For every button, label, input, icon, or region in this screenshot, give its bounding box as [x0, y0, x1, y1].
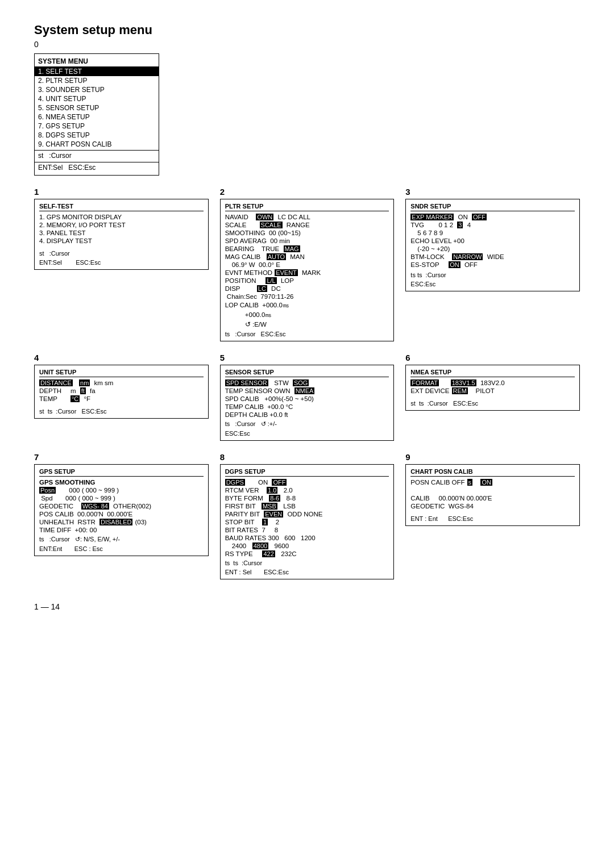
- s1-footer2: ENT:Sel ESC:Esc: [39, 259, 204, 266]
- s9-geodetic: GEODETIC WGS-84: [410, 503, 575, 510]
- s3-esstop: ES-STOP ON OFF: [410, 261, 575, 268]
- section-7-box: GPS SETUP GPS SMOOTHING Posn 000 ( 000 ~…: [34, 464, 209, 556]
- s2-deg: 06.9° W 00.0° E: [232, 261, 389, 268]
- menu-item-3[interactable]: 3. SOUNDER SETUP: [35, 85, 159, 94]
- menu-item-6[interactable]: 6. NMEA SETUP: [35, 112, 159, 122]
- menu-item-5[interactable]: 5. SENSOR SETUP: [35, 103, 159, 112]
- s3-footer2: ESC:Esc: [410, 281, 575, 287]
- s3-echolevel: ECHO LEVEL +00: [410, 237, 575, 244]
- s8-footer2: ENT : Sel ESC:Esc: [225, 569, 389, 575]
- s2-position: POSITION L/L LOP: [225, 277, 389, 284]
- s1-line3: 3. PANEL TEST: [39, 229, 204, 236]
- s1-line2: 2. MEMORY, I/O PORT TEST: [39, 222, 204, 228]
- section-2-box: PLTR SETUP NAVAID OWN LC DC ALL SCALE SC…: [220, 199, 395, 341]
- main-menu-footer: st :Cursor: [35, 150, 159, 161]
- s6-footer: st ts :Cursor ESC:Esc: [410, 400, 575, 407]
- s2-disp: DISP LC DC: [225, 285, 389, 292]
- section-3-title: SNDR SETUP: [410, 203, 575, 211]
- s4-footer: st ts :Cursor ESC:Esc: [39, 408, 204, 415]
- s7-gpssmoothing: GPS SMOOTHING: [39, 479, 204, 486]
- menu-item-2[interactable]: 2. PLTR SETUP: [35, 76, 159, 85]
- s2-navaid: NAVAID OWN LC DC ALL: [225, 214, 389, 220]
- section-5-title: SENSOR SETUP: [225, 369, 389, 377]
- s5-depthcalib: DEPTH CALIB +0.0 ft: [225, 411, 389, 418]
- section-9-number: 9: [405, 452, 580, 462]
- s2-chainsec: Chain:Sec 7970:11-26: [225, 293, 389, 300]
- section-2-number: 2: [220, 187, 395, 197]
- menu-item-1[interactable]: 1. SELF TEST: [35, 67, 159, 76]
- page-title: System setup menu: [34, 23, 580, 37]
- s7-spd: Spd 000 ( 000 ~ 999 ): [39, 495, 204, 502]
- section-5: 5 SENSOR SETUP SPD SENSOR STW SOG TEMP S…: [220, 353, 395, 441]
- s3-btmlock: BTM-LOCK NARROW WIDE: [410, 253, 575, 260]
- s5-spdcalib: SPD CALIB +00%(-50 ~ +50): [225, 395, 389, 402]
- s3-footer: ts ts :Cursor: [410, 272, 575, 278]
- s3-tvg: TVG 0 1 2 3 4: [410, 222, 575, 228]
- section-9: 9 CHART POSN CALIB POSN CALIB OFF s ON C…: [405, 452, 580, 579]
- section-4-number: 4: [34, 353, 209, 362]
- section-2: 2 PLTR SETUP NAVAID OWN LC DC ALL SCALE …: [220, 187, 395, 341]
- s2-magcalib: MAG CALIB AUTO MAN: [225, 253, 389, 260]
- s8-baudrates2: 2400 4800 9600: [232, 542, 389, 549]
- s6-extdevice: EXT DEVICE REM PILOT: [410, 387, 575, 394]
- s9-footer: ENT : Ent ESC:Esc: [410, 515, 575, 522]
- s3-tvg2: 5 6 7 8 9: [417, 229, 575, 236]
- section-3: 3 SNDR SETUP EXP MARKER ON OFF TVG 0 1 2…: [405, 187, 580, 341]
- section-6: 6 NMEA SETUP FORMAT 183V1.5 183V2.0 EXT …: [405, 353, 580, 441]
- s8-baudrates: BAUD RATES 300 600 1200: [225, 535, 389, 541]
- section-3-number: 3: [405, 187, 580, 197]
- s7-poscalib: POS CALIB 00.000'N 00.000'E: [39, 511, 204, 518]
- sections-grid: 1 SELF-TEST 1. GPS MONITOR DISPLAY 2. ME…: [34, 187, 580, 579]
- s6-format: FORMAT 183V1.5 183V2.0: [410, 379, 575, 386]
- s5-spdsensor: SPD SENSOR STW SOG: [225, 379, 389, 386]
- section-1-box: SELF-TEST 1. GPS MONITOR DISPLAY 2. MEMO…: [34, 199, 209, 270]
- s4-temp: TEMP °C °F: [39, 395, 204, 402]
- s8-bitrates: BIT RATES 7 8: [225, 527, 389, 533]
- section-5-number: 5: [220, 353, 395, 362]
- section-8-title: DGPS SETUP: [225, 468, 389, 477]
- section-1-title: SELF-TEST: [39, 203, 204, 211]
- s8-stopbit: STOP BIT 1 2: [225, 519, 389, 525]
- section-1-number: 1: [34, 187, 209, 197]
- s7-footer: ts :Cursor ↺: N/S, E/W, +/-: [39, 536, 204, 543]
- s7-footer2: ENT:Ent ESC : Esc: [39, 545, 204, 552]
- section-8-number: 8: [220, 452, 395, 462]
- s8-dgps: DGPS ON OFF: [225, 479, 389, 486]
- section-8-box: DGPS SETUP DGPS ON OFF RTCM VER 1.0 2.0 …: [220, 464, 395, 579]
- page-number: 1 — 14: [34, 602, 580, 611]
- s2-spd: SPD AVERAG 00 min: [225, 237, 389, 244]
- s3-expmarker: EXP MARKER ON OFF: [410, 214, 575, 220]
- main-menu-footer2: ENT:Sel ESC:Esc: [35, 162, 159, 173]
- menu-item-9[interactable]: 9. CHART POSN CALIB: [35, 140, 159, 149]
- s8-paritybit: PARITY BIT EVEN ODD NONE: [225, 511, 389, 518]
- menu-item-4[interactable]: 4. UNIT SETUP: [35, 94, 159, 103]
- s5-footer2: ESC:Esc: [225, 430, 389, 437]
- s2-lopcalib: LOP CALIB +000.0㎳: [225, 301, 389, 310]
- s2-evnt: EVNT METHOD EVENT MARK: [225, 269, 389, 276]
- s7-unhealth: UNHEALTH RSTR DISABLED(03): [39, 519, 204, 525]
- s8-rstype: RS TYPE 422 232C: [225, 550, 389, 557]
- section-6-title: NMEA SETUP: [410, 369, 575, 377]
- s4-depth: DEPTH m ft fa: [39, 387, 204, 394]
- menu-item-7[interactable]: 7. GPS SETUP: [35, 122, 159, 131]
- zero-label: 0: [34, 40, 580, 49]
- main-menu-box: SYSTEM MENU 1. SELF TEST 2. PLTR SETUP 3…: [34, 53, 159, 176]
- section-7-title: GPS SETUP: [39, 468, 204, 477]
- s9-posncalib: POSN CALIB OFF s ON: [410, 479, 575, 486]
- section-4-title: UNIT SETUP: [39, 369, 204, 377]
- menu-item-8[interactable]: 8. DGPS SETUP: [35, 131, 159, 140]
- main-menu-title: SYSTEM MENU: [35, 56, 159, 67]
- s7-timediff: TIME DIFF +00: 00: [39, 527, 204, 533]
- section-5-box: SENSOR SETUP SPD SENSOR STW SOG TEMP SEN…: [220, 365, 395, 441]
- s7-geodetic: GEODETIC WGS- 84 OTHER(002): [39, 503, 204, 510]
- section-8: 8 DGPS SETUP DGPS ON OFF RTCM VER 1.0 2.…: [220, 452, 395, 579]
- section-2-title: PLTR SETUP: [225, 203, 389, 211]
- s1-footer: st :Cursor: [39, 250, 204, 257]
- section-4-box: UNIT SETUP DISTANCE nm km sm DEPTH m ft …: [34, 365, 209, 419]
- section-4: 4 UNIT SETUP DISTANCE nm km sm DEPTH m f…: [34, 353, 209, 441]
- s2-footer: ts :Cursor ESC:Esc: [225, 331, 389, 337]
- s8-footer: ts ts :Cursor: [225, 560, 389, 566]
- s5-tempcalib: TEMP CALIB +00.0 °C: [225, 403, 389, 410]
- s2-smoothing: SMOOTHING 00 (00~15): [225, 229, 389, 236]
- s5-tempsensor: TEMP SENSOR OWN NMEA: [225, 387, 389, 394]
